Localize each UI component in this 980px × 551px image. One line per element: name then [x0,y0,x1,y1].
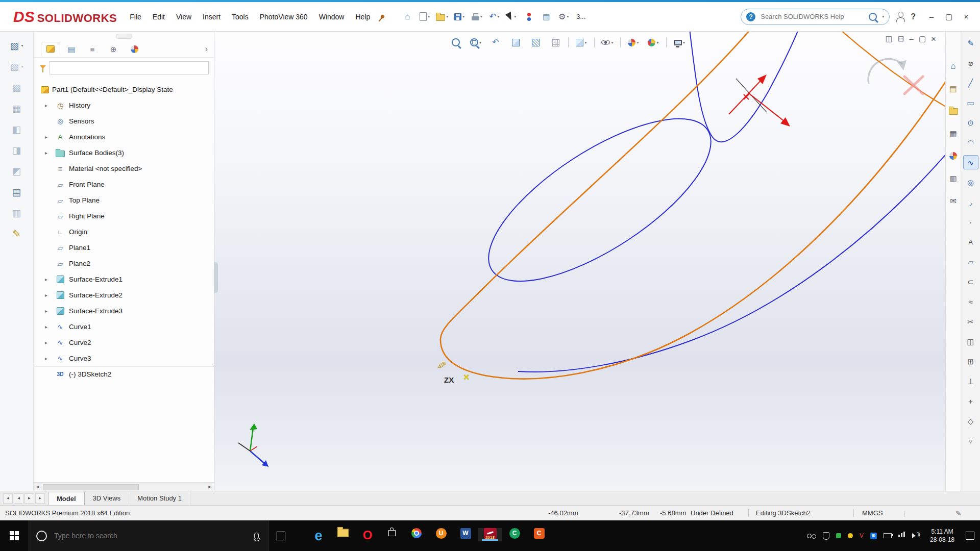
doc-minimize-button[interactable]: – [910,35,914,43]
feature-filter-input[interactable] [50,61,209,74]
expand-arrow-icon[interactable]: ▸ [45,340,54,345]
tab-nav-last-icon[interactable]: ► [35,493,45,504]
trim-surface-button[interactable]: ◨ [12,145,21,155]
custom-properties-tab[interactable]: ▥ [945,170,962,186]
help-search-input[interactable] [760,12,865,21]
tab-3d-views[interactable]: 3D Views [85,491,130,505]
tab-nav-first-icon[interactable]: ◄ [3,493,13,504]
save-button[interactable]: ▾ [451,9,468,24]
uplay-app-button[interactable]: U [429,528,453,539]
tree-item-history[interactable]: ▸◷History [34,97,214,113]
reference-curve-blue-upper[interactable] [688,32,803,142]
expand-arrow-icon[interactable]: ▸ [45,308,54,314]
menu-file[interactable]: File [124,9,147,25]
tree-item-right-plane[interactable]: ▱Right Plane [34,208,214,224]
centerpoint-arc-button[interactable]: ◠ [963,135,978,149]
tree-item-plane2[interactable]: ▱Plane2 [34,256,214,271]
dropdown-caret-icon[interactable]: ▾ [462,14,464,19]
menu-photoview-360[interactable]: PhotoView 360 [254,9,313,25]
task-view-button[interactable] [268,520,293,551]
sketch-axis-arrow-2[interactable] [748,93,787,123]
expand-arrow-icon[interactable]: ▸ [45,150,54,156]
tree-item-top-plane[interactable]: ▱Top Plane [34,192,214,208]
close-button[interactable]: × [958,8,975,26]
minimize-button[interactable]: – [923,8,940,26]
graphics-viewport[interactable]: ▾↶▾▾▾▾▾ ◫⊟–▢× ✎ ZX × [214,32,945,491]
doc-close-button[interactable]: × [931,35,936,43]
appearances-tab[interactable] [945,148,962,163]
dropdown-caret-icon[interactable]: ▾ [21,64,23,69]
tree-item-curve1[interactable]: ▸∿Curve1 [34,319,214,335]
panel-expand-chevron-icon[interactable]: › [203,44,210,54]
dropdown-caret-icon[interactable]: ▾ [446,14,448,19]
ellipse-button[interactable]: ◎ [963,175,978,189]
search-icon[interactable] [869,13,877,21]
panel-collapse-handle[interactable] [116,34,132,39]
freeform-surface-button[interactable]: ◧ [12,124,21,134]
pane-split-v-button[interactable]: ⊟ [898,35,904,43]
offset-entities-button[interactable]: ≈ [963,294,978,309]
sketch-button[interactable]: ✎ [963,36,978,50]
insert-surface-button[interactable]: ▧▾ [10,41,23,51]
sketch-fillet-button[interactable]: ◞ [963,195,978,209]
dropdown-caret-icon[interactable]: ▾ [497,14,499,19]
sketch-grid-button[interactable] [546,35,565,50]
loft-surface-button[interactable]: ▨▾ [10,62,23,71]
sketch-endpoint-x-marker[interactable]: × [463,371,470,383]
filled-surface-button[interactable]: ▦ [12,104,21,113]
dropdown-caret-icon[interactable]: ▾ [656,40,658,45]
action-center-button[interactable] [960,520,980,551]
toolbar-overflow-label[interactable]: 3... [576,13,585,20]
camtasia-green-app-button[interactable]: C [502,528,527,539]
microphone-icon[interactable] [254,533,259,539]
expand-arrow-icon[interactable]: ▸ [45,134,54,140]
print-button[interactable]: ▾ [468,9,485,24]
search-dropdown-caret-icon[interactable]: ▾ [882,14,884,19]
taskbar-search-input[interactable] [53,531,248,540]
yellow-badge-tray-button[interactable] [848,533,853,538]
forum-tab[interactable]: ✉ [945,193,962,208]
solidworks-app-button[interactable]: 2018 [478,528,502,541]
tab-model[interactable]: Model [48,492,85,505]
trim-entities-button[interactable]: ✂ [963,314,978,329]
line-button[interactable]: ╱ [963,76,978,90]
menu-edit[interactable]: Edit [147,9,170,25]
options-list-button[interactable]: ▤ [537,9,555,24]
tree-item-part1[interactable]: Part1 (Default<<Default>_Display State [34,82,214,97]
more-tools-button[interactable]: ▿ [963,434,978,448]
dropdown-caret-icon[interactable]: ▾ [480,14,482,19]
text-button[interactable]: A [963,235,978,249]
view-settings-button[interactable]: ▾ [670,35,689,50]
help-search-box[interactable]: ? ▾ [741,9,890,25]
tab-display-manager[interactable] [125,42,144,57]
sketch-curve-orange-outline[interactable] [440,32,945,379]
tree-item-plane1[interactable]: ▱Plane1 [34,240,214,256]
scrollbar-track[interactable] [42,484,206,490]
dropdown-caret-icon[interactable]: ▾ [683,40,685,45]
tree-item-sensors[interactable]: ◎Sensors [34,113,214,129]
tree-item-surface-bodies-3[interactable]: ▸Surface Bodies(3) [34,145,214,161]
boundary-surface-button[interactable]: ▩ [12,83,21,92]
plane-button[interactable]: ▱ [963,255,978,269]
display-relations-button[interactable]: ⊥ [963,374,978,388]
point-button[interactable]: ∙ [963,215,978,229]
red-v-tray-button[interactable]: V [860,533,864,539]
3d-drawing-view-button[interactable] [506,35,525,50]
menu-view[interactable]: View [170,9,197,25]
units-selector[interactable]: MMGS [853,509,883,517]
select-pointer-button[interactable]: ▾ [503,9,520,24]
expand-arrow-icon[interactable]: ▸ [45,356,54,361]
thicken-surface-button[interactable]: ▥ [12,208,21,218]
reference-curve-blue-loop[interactable] [465,89,734,311]
scrollbar-thumb[interactable] [43,484,139,490]
corner-rectangle-button[interactable]: ▭ [963,95,978,110]
tree-horizontal-scrollbar[interactable]: ◄ ► [34,482,214,491]
file-explorer-app-button[interactable] [331,528,355,536]
dropdown-caret-icon[interactable]: ▾ [584,40,586,45]
menu-tools[interactable]: Tools [226,9,254,25]
word-app-button[interactable]: W [453,528,478,539]
camtasia-orange-app-button[interactable]: C [527,528,551,539]
tree-item-origin[interactable]: ∟Origin [34,224,214,240]
tab-dimxpert-manager[interactable]: ⊕ [104,42,123,57]
section-view-button[interactable] [526,35,545,50]
